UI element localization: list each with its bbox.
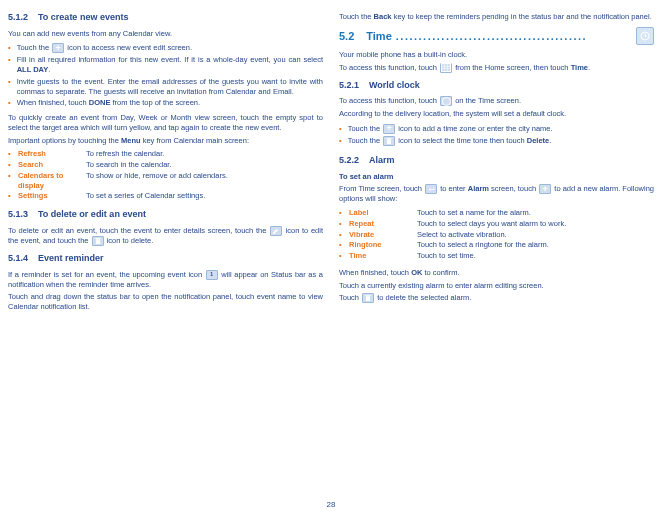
heading-5-2-2: 5.2.2Alarm <box>339 155 654 167</box>
finish-3: Touch to delete the selected alarm. <box>339 293 654 303</box>
trash-icon <box>362 293 374 303</box>
body-514-1: If a reminder is set for an event, the u… <box>8 270 323 290</box>
finish-1: When finished, touch OK to confirm. <box>339 268 654 278</box>
enter-icon <box>425 184 437 194</box>
options-512: •RefreshTo refresh the calendar. •Search… <box>8 148 323 202</box>
trash-icon <box>92 236 104 246</box>
back-note: Touch the Back key to keep the reminders… <box>339 12 654 22</box>
body-513: To delete or edit an event, touch the ev… <box>8 226 323 246</box>
apps-grid-icon <box>440 63 452 73</box>
plus-icon <box>383 124 395 134</box>
calendar-reminder-icon <box>206 270 218 280</box>
opts-intro: Important options by touching the Menu k… <box>8 136 323 146</box>
page-number: 28 <box>327 500 336 510</box>
bullets-512: •Touch the icon to access new event edit… <box>8 41 323 110</box>
pencil-icon <box>270 226 282 236</box>
clock-icon <box>440 96 452 106</box>
heading-5-1-2: 5.1.2To create new events <box>8 12 323 24</box>
heading-5-2: 5.2Time.................................… <box>339 27 654 45</box>
heading-5-1-4: 5.1.4Event reminder <box>8 253 323 265</box>
quick-create: To quickly create an event from Day, Wee… <box>8 113 323 133</box>
body-521-2: According to the delivery location, the … <box>339 109 654 119</box>
left-column: 5.1.2To create new events You can add ne… <box>8 12 323 512</box>
heading-5-1-3: 5.1.3To delete or edit an event <box>8 209 323 221</box>
clock-section-icon <box>636 27 654 45</box>
body-521-1: To access this function, touch on the Ti… <box>339 96 654 106</box>
body-514-2: Touch and drag down the status bar to op… <box>8 292 323 312</box>
plus-icon <box>52 43 64 53</box>
body-52-2: To access this function, touch from the … <box>339 63 654 73</box>
heading-5-2-1: 5.2.1World clock <box>339 80 654 92</box>
finish-2: Touch a currently existing alarm to ente… <box>339 281 654 291</box>
body-522-1: From Time screen, touch to enter Alarm s… <box>339 184 654 204</box>
right-column: Touch the Back key to keep the reminders… <box>339 12 654 512</box>
intro-512: You can add new events from any Calendar… <box>8 29 323 39</box>
body-52-1: Your mobile phone has a built-in clock. <box>339 50 654 60</box>
options-522: •LabelTouch to set a name for the alarm.… <box>339 207 654 262</box>
set-alarm-heading: To set an alarm <box>339 172 654 182</box>
bullets-521: •Touch the icon to add a time zone or en… <box>339 122 654 148</box>
plus-icon <box>539 184 551 194</box>
trash-icon <box>383 136 395 146</box>
